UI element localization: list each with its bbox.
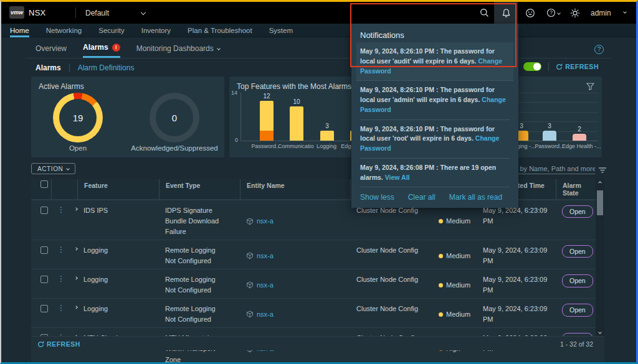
card-title: Active Alarms — [39, 82, 84, 91]
alarm-state-pill[interactable]: Open — [562, 205, 593, 218]
notification-text: May 9, 2024, 8:26:10 PM : The password f… — [360, 86, 495, 103]
alarm-state-pill[interactable]: Open — [562, 245, 593, 258]
filter-menu-button[interactable] — [598, 165, 607, 176]
chevron-down-icon[interactable] — [141, 10, 146, 15]
clear-all-button[interactable]: Clear all — [408, 193, 436, 202]
subnav-alarms[interactable]: Alarms — [36, 63, 61, 72]
tab-alarms[interactable]: Alarms ! — [83, 43, 120, 58]
refresh-button[interactable]: REFRESH — [556, 63, 599, 70]
bar-value: 3 — [325, 123, 329, 129]
bar-logging[interactable] — [320, 131, 334, 141]
chevron-down-icon — [557, 11, 561, 15]
nav-tab-networking[interactable]: Networking — [46, 24, 82, 37]
svg-text:?: ? — [550, 9, 553, 16]
severity-dot — [439, 312, 443, 317]
cell-severity: Medium — [446, 251, 470, 261]
bar-communication[interactable] — [290, 106, 303, 141]
kebab-menu-icon[interactable]: ⋮ — [57, 205, 65, 237]
filter-button[interactable] — [586, 82, 594, 93]
table-row[interactable]: ⋮ Logging Remote Logging Not Configured … — [31, 298, 596, 327]
entity-link[interactable]: nsx-a — [257, 251, 274, 261]
page-tabs: Overview Alarms ! Monitoring Dashboards — [36, 43, 220, 58]
help-menu-button[interactable]: ? — [541, 2, 566, 24]
scroll-up-icon[interactable] — [598, 181, 602, 185]
nav-tab-security[interactable]: Security — [98, 24, 125, 37]
nav-tab-system[interactable]: System — [269, 24, 293, 37]
entity-link[interactable]: nsx-a — [257, 309, 274, 320]
alarm-state-pill[interactable]: Open — [562, 304, 593, 316]
open-alarms-donut[interactable]: 19 — [53, 93, 103, 142]
nav-tab-plan-troubleshoot[interactable]: Plan & Troubleshoot — [188, 24, 252, 37]
alarm-state-pill[interactable]: Open — [562, 274, 593, 287]
entity-link[interactable]: nsx-a — [257, 280, 274, 291]
notification-item: May 9, 2024, 8:26:10 PM : The password f… — [360, 120, 510, 159]
sun-icon — [570, 8, 580, 18]
cell-entity-type: Cluster Node Config — [350, 274, 432, 296]
scroll-down-icon[interactable] — [598, 330, 602, 334]
cell-time: May 9, 2024, 6:23:09 PM — [477, 245, 556, 266]
row-checkbox[interactable] — [40, 246, 48, 254]
table-refresh-button[interactable]: REFRESH — [37, 340, 80, 348]
mark-all-read-button[interactable]: Mark all as read — [449, 193, 502, 202]
notification-item: May 9, 2024, 8:26:10 PM : The password f… — [356, 42, 513, 81]
table-scrollbar[interactable] — [596, 179, 604, 336]
select-all-checkbox[interactable] — [40, 180, 48, 188]
bar-password[interactable] — [260, 101, 274, 141]
action-menu-button[interactable]: ACTION — [31, 163, 75, 174]
view-all-link[interactable]: View All — [385, 174, 410, 181]
product-name: NSX — [29, 8, 46, 17]
org-selector[interactable]: Default — [85, 9, 109, 17]
show-less-button[interactable]: Show less — [360, 193, 394, 202]
theme-button[interactable] — [565, 2, 585, 24]
bar-value: 3 — [520, 123, 523, 129]
entity-cube-icon — [246, 252, 254, 259]
page-help-icon[interactable]: ? — [594, 45, 604, 54]
header-feature[interactable]: Feature — [77, 179, 159, 199]
bar-password-2[interactable] — [543, 131, 556, 141]
vmware-logo: vmw — [9, 6, 24, 19]
kebab-menu-icon[interactable]: ⋮ — [57, 304, 65, 325]
donut-label: Open — [37, 144, 118, 152]
alarms-subnav: Alarms Alarm Definitions — [36, 63, 134, 72]
entity-link[interactable]: nsx-a — [257, 216, 274, 226]
header-alarm-state[interactable]: Alarm State — [556, 179, 596, 199]
row-checkbox[interactable] — [40, 276, 48, 283]
cell-severity: Medium — [446, 280, 470, 291]
cell-event-type: Remote Logging Not Configured — [159, 245, 227, 266]
row-checkbox[interactable] — [40, 207, 48, 214]
tab-overview[interactable]: Overview — [36, 44, 67, 57]
bell-icon — [502, 8, 511, 18]
notifications-button[interactable] — [494, 2, 518, 24]
notifications-title: Notifications — [360, 30, 510, 40]
feedback-button[interactable] — [520, 2, 540, 24]
subnav-alarm-definitions[interactable]: Alarm Definitions — [78, 63, 135, 72]
search-button[interactable] — [474, 2, 494, 24]
y-tick: 14 — [231, 90, 237, 96]
acknowledged-donut[interactable]: 0 — [150, 93, 199, 142]
divider — [75, 7, 76, 18]
cell-severity: Medium — [446, 309, 470, 320]
funnel-icon — [586, 83, 594, 90]
header-event-type[interactable]: Event Type — [159, 179, 240, 199]
row-checkbox[interactable] — [40, 305, 48, 312]
nav-tab-home[interactable]: Home — [10, 24, 29, 37]
kebab-menu-icon[interactable]: ⋮ — [57, 274, 65, 296]
cell-feature: Logging — [77, 274, 159, 296]
notification-text: May 9, 2024, 8:26:10 PM : The password f… — [360, 47, 495, 65]
kebab-menu-icon[interactable]: ⋮ — [57, 245, 65, 266]
cell-event-type: Remote Logging Not Configured — [159, 274, 227, 296]
header-entity-name[interactable]: Entity Name — [240, 179, 350, 199]
bar-edge-health[interactable] — [573, 134, 586, 141]
y-tick: 0 — [235, 137, 238, 143]
table-row[interactable]: ⋮ Logging Remote Logging Not Configured … — [31, 240, 596, 269]
user-menu[interactable]: admin — [591, 9, 611, 17]
scrollbar-thumb[interactable] — [597, 190, 603, 215]
cell-time: May 9, 2024, 6:23:09 PM — [477, 304, 556, 325]
tab-monitoring-dashboards[interactable]: Monitoring Dashboards — [136, 44, 220, 57]
severity-dot — [439, 283, 443, 287]
divider — [69, 63, 70, 72]
chevron-down-icon[interactable] — [623, 10, 627, 14]
nav-tab-inventory[interactable]: Inventory — [141, 24, 171, 37]
chart-toggle[interactable] — [523, 62, 541, 71]
table-row[interactable]: ⋮ Logging Remote Logging Not Configured … — [31, 269, 596, 298]
